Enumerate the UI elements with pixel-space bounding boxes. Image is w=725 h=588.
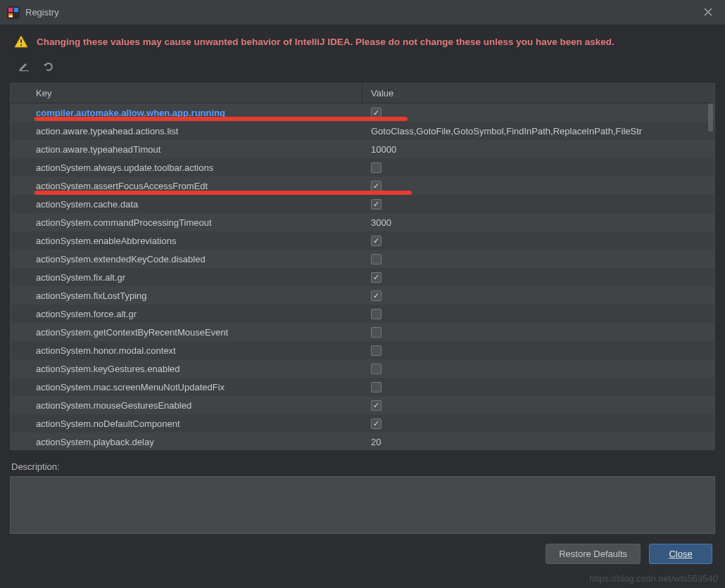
checkbox[interactable] xyxy=(371,181,382,191)
checkbox[interactable] xyxy=(371,199,382,210)
undo-icon[interactable] xyxy=(41,59,55,73)
table-body[interactable]: compiler.automake.allow.when.app.running… xyxy=(11,103,714,449)
table-row[interactable]: actionSystem.commandProcessingTimeout300… xyxy=(11,213,714,231)
table-row[interactable]: actionSystem.cache.data xyxy=(11,195,714,213)
registry-value[interactable] xyxy=(362,236,714,246)
checkbox[interactable] xyxy=(371,272,382,283)
close-button[interactable]: Close xyxy=(649,544,712,564)
checkbox[interactable] xyxy=(371,290,382,301)
table-row[interactable]: actionSystem.honor.modal.context xyxy=(11,341,714,359)
registry-value[interactable]: 10000 xyxy=(362,144,714,155)
table-row[interactable]: actionSystem.noDefaultComponent xyxy=(11,414,714,433)
registry-value[interactable] xyxy=(362,199,714,210)
registry-value[interactable] xyxy=(362,309,714,319)
table-row[interactable]: actionSystem.force.alt.gr xyxy=(11,305,714,323)
checkbox[interactable] xyxy=(371,382,382,392)
checkbox[interactable] xyxy=(371,364,382,374)
svg-rect-5 xyxy=(20,39,22,43)
table-row[interactable]: action.aware.typeaheadTimout10000 xyxy=(11,140,714,158)
warning-text: Changing these values may cause unwanted… xyxy=(37,37,614,47)
table-row[interactable]: actionSystem.enableAbbreviations xyxy=(11,231,714,250)
svg-rect-4 xyxy=(9,15,13,17)
table-row[interactable]: actionSystem.mac.screenMenuNotUpdatedFix xyxy=(11,378,714,396)
registry-key: actionSystem.commandProcessingTimeout xyxy=(11,217,362,228)
registry-value[interactable] xyxy=(362,400,714,411)
registry-value[interactable] xyxy=(362,108,714,118)
registry-key: actionSystem.mouseGesturesEnabled xyxy=(11,400,362,411)
description-textarea[interactable] xyxy=(10,476,715,534)
svg-rect-1 xyxy=(8,8,13,12)
registry-key: actionSystem.noDefaultComponent xyxy=(11,418,362,429)
registry-value[interactable]: GotoClass,GotoFile,GotoSymbol,FindInPath… xyxy=(362,126,714,136)
registry-key: actionSystem.honor.modal.context xyxy=(11,345,362,356)
registry-value[interactable] xyxy=(362,327,714,338)
description-label: Description: xyxy=(0,456,725,476)
dialog-buttons: Restore Defaults Close xyxy=(0,534,725,574)
table-row[interactable]: actionSystem.keyGestures.enabled xyxy=(11,359,714,378)
checkbox[interactable] xyxy=(371,108,382,118)
registry-key: action.aware.typeahead.actions.list xyxy=(11,126,362,136)
registry-value[interactable] xyxy=(362,418,714,429)
registry-key: actionSystem.fixLostTyping xyxy=(11,290,362,301)
checkbox[interactable] xyxy=(371,418,382,429)
table-row[interactable]: actionSystem.mouseGesturesEnabled xyxy=(11,396,714,414)
checkbox[interactable] xyxy=(371,236,382,246)
table-row[interactable]: action.aware.typeahead.actions.listGotoC… xyxy=(11,122,714,140)
svg-rect-7 xyxy=(19,70,29,71)
edit-icon[interactable] xyxy=(17,59,31,73)
registry-value[interactable] xyxy=(362,181,714,191)
registry-table: Key Value compiler.automake.allow.when.a… xyxy=(10,83,715,450)
table-row[interactable]: actionSystem.assertFocusAccessFromEdt xyxy=(11,177,714,195)
table-row[interactable]: actionSystem.always.update.toolbar.actio… xyxy=(11,158,714,177)
registry-value[interactable] xyxy=(362,272,714,283)
registry-value[interactable]: 20 xyxy=(362,437,714,447)
warning-icon xyxy=(14,35,28,48)
watermark-text: https://blog.csdn.net/wts563540 xyxy=(589,573,718,584)
registry-key: actionSystem.getContextByRecentMouseEven… xyxy=(11,327,362,338)
registry-key: actionSystem.keyGestures.enabled xyxy=(11,364,362,374)
registry-value[interactable] xyxy=(362,345,714,356)
checkbox[interactable] xyxy=(371,400,382,411)
scrollbar-thumb[interactable] xyxy=(708,103,713,132)
registry-value[interactable] xyxy=(362,364,714,374)
checkbox[interactable] xyxy=(371,254,382,264)
registry-value[interactable] xyxy=(362,290,714,301)
table-row[interactable]: actionSystem.extendedKeyCode.disabled xyxy=(11,250,714,268)
window-title: Registry xyxy=(25,7,59,18)
column-header-key[interactable]: Key xyxy=(11,84,362,103)
registry-key: actionSystem.cache.data xyxy=(11,199,362,210)
table-header: Key Value xyxy=(11,84,714,103)
warning-bar: Changing these values may cause unwanted… xyxy=(0,25,725,56)
checkbox[interactable] xyxy=(371,162,382,173)
registry-key: actionSystem.assertFocusAccessFromEdt xyxy=(11,181,362,191)
registry-key: actionSystem.mac.screenMenuNotUpdatedFix xyxy=(11,382,362,392)
registry-key: actionSystem.enableAbbreviations xyxy=(11,236,362,246)
svg-rect-6 xyxy=(20,44,22,46)
registry-value[interactable] xyxy=(362,254,714,264)
close-icon[interactable] xyxy=(698,4,718,22)
toolbar xyxy=(0,56,725,80)
registry-key: actionSystem.force.alt.gr xyxy=(11,309,362,319)
restore-defaults-button[interactable]: Restore Defaults xyxy=(546,544,641,564)
checkbox[interactable] xyxy=(371,309,382,319)
table-row[interactable]: actionSystem.getContextByRecentMouseEven… xyxy=(11,323,714,341)
registry-key: action.aware.typeaheadTimout xyxy=(11,144,362,155)
checkbox[interactable] xyxy=(371,327,382,338)
table-row[interactable]: compiler.automake.allow.when.app.running xyxy=(11,103,714,122)
registry-key: actionSystem.extendedKeyCode.disabled xyxy=(11,254,362,264)
registry-key: actionSystem.playback.delay xyxy=(11,437,362,447)
titlebar: Registry xyxy=(0,0,725,25)
registry-key: actionSystem.fix.alt.gr xyxy=(11,272,362,283)
table-row[interactable]: actionSystem.fixLostTyping xyxy=(11,286,714,305)
registry-value[interactable] xyxy=(362,382,714,392)
intellij-icon xyxy=(7,6,20,19)
table-row[interactable]: actionSystem.fix.alt.gr xyxy=(11,268,714,286)
svg-rect-2 xyxy=(14,8,18,12)
table-row[interactable]: actionSystem.playback.delay20 xyxy=(11,433,714,449)
registry-key: compiler.automake.allow.when.app.running xyxy=(11,108,362,118)
checkbox[interactable] xyxy=(371,345,382,356)
column-header-value[interactable]: Value xyxy=(362,84,714,103)
registry-value[interactable]: 3000 xyxy=(362,217,714,228)
registry-value[interactable] xyxy=(362,162,714,173)
registry-key: actionSystem.always.update.toolbar.actio… xyxy=(11,162,362,173)
